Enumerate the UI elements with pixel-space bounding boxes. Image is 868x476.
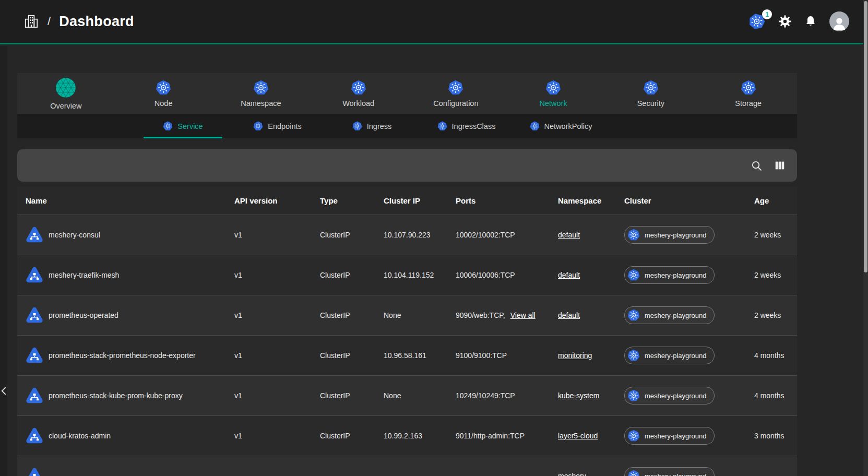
- tab-label: Namespace: [241, 99, 281, 108]
- scrollbar[interactable]: [863, 0, 868, 476]
- column-header[interactable]: Ports: [447, 196, 550, 205]
- service-icon: [26, 427, 43, 445]
- building-icon[interactable]: [23, 14, 39, 29]
- subtab-label: Endpoints: [268, 122, 302, 130]
- cluster-chip[interactable]: meshery-playground: [624, 266, 715, 284]
- kubernetes-icon: [741, 80, 756, 96]
- tab-security[interactable]: Security: [602, 73, 700, 114]
- service-icon: [26, 347, 43, 364]
- table-row[interactable]: cloud-kratos-admin v1 ClusterIP 10.99.2.…: [17, 415, 797, 456]
- subtab-label: Service: [177, 122, 203, 130]
- tab-label: Workload: [342, 99, 374, 108]
- column-header[interactable]: Cluster IP: [375, 196, 447, 205]
- cluster-chip[interactable]: meshery-playground: [624, 306, 715, 324]
- ports-cell: 10006/10006:TCP: [447, 271, 550, 279]
- subtab-ingressclass[interactable]: IngressClass: [419, 114, 514, 138]
- chevron-left-icon[interactable]: [0, 384, 9, 398]
- tab-node[interactable]: Node: [115, 73, 212, 114]
- column-header[interactable]: Cluster: [616, 196, 746, 205]
- kubernetes-icon: [163, 121, 173, 131]
- tab-network[interactable]: Network: [505, 73, 602, 114]
- kubernetes-icon: [627, 229, 640, 241]
- subtab-endpoints[interactable]: Endpoints: [230, 114, 325, 138]
- bell-icon[interactable]: [804, 15, 817, 28]
- table-row[interactable]: prometheus-stack-kube-prom-kube-proxy v1…: [17, 375, 797, 415]
- api-version-cell: v1: [226, 351, 312, 360]
- type-cell: ClusterIP: [312, 271, 375, 279]
- tab-label: Configuration: [433, 99, 478, 108]
- service-name: prometheus-operated: [49, 311, 118, 319]
- kubernetes-icon: [627, 430, 640, 442]
- view-columns-icon[interactable]: [774, 160, 786, 171]
- column-header[interactable]: Age: [746, 196, 797, 205]
- kubernetes-icon: [253, 80, 269, 96]
- namespace-link[interactable]: default: [558, 231, 580, 239]
- tab-configuration[interactable]: Configuration: [407, 73, 505, 114]
- table-row[interactable]: meshery-traefik-mesh v1 ClusterIP 10.104…: [17, 255, 797, 295]
- cluster-chip[interactable]: meshery-playground: [624, 467, 715, 476]
- kubernetes-context-icon[interactable]: 1: [748, 13, 766, 30]
- column-header[interactable]: Type: [312, 196, 375, 205]
- service-name: meshery-traefik-mesh: [49, 271, 119, 279]
- service-icon: [26, 467, 43, 476]
- cluster-ip-cell: 10.107.90.223: [375, 231, 447, 239]
- subtab-label: IngressClass: [452, 122, 496, 130]
- table-row[interactable]: prometheus-operated v1 ClusterIP None 90…: [17, 295, 797, 335]
- services-table: Name API version Type Cluster IP Ports N…: [17, 187, 797, 476]
- kubernetes-icon: [627, 470, 640, 476]
- tab-label: Node: [154, 99, 173, 108]
- subtab-networkpolicy[interactable]: NetworkPolicy: [514, 114, 608, 138]
- column-header[interactable]: Namespace: [550, 196, 616, 205]
- gear-icon[interactable]: [778, 15, 792, 28]
- subtab-label: NetworkPolicy: [544, 122, 592, 130]
- cluster-ip-cell: 10.104.119.152: [375, 271, 447, 279]
- tab-namespace[interactable]: Namespace: [212, 73, 310, 114]
- table-row[interactable]: meshery-consul v1 ClusterIP 10.107.90.22…: [17, 215, 797, 255]
- subtab-ingress[interactable]: Ingress: [325, 114, 419, 138]
- namespace-link[interactable]: meshery: [558, 472, 586, 476]
- column-header[interactable]: API version: [226, 196, 312, 205]
- type-cell: ClusterIP: [312, 391, 375, 400]
- cluster-chip[interactable]: meshery-playground: [624, 427, 715, 445]
- namespace-link[interactable]: default: [558, 311, 580, 319]
- kubernetes-icon: [156, 80, 171, 96]
- app-header: / Dashboard 1: [0, 0, 868, 44]
- network-subtabs: Service Endpoints Ingress IngressClass N…: [17, 114, 797, 138]
- api-version-cell: v1: [226, 271, 312, 279]
- tab-workload[interactable]: Workload: [310, 73, 407, 114]
- age-cell: 3 months: [746, 432, 797, 440]
- api-version-cell: v1: [226, 432, 312, 440]
- cluster-chip[interactable]: meshery-playground: [624, 226, 715, 244]
- api-version-cell: v1: [226, 311, 312, 319]
- search-icon[interactable]: [751, 160, 763, 172]
- service-name: meshery-consul: [49, 231, 100, 239]
- table-row[interactable]: prometheus-stack-prometheus-node-exporte…: [17, 335, 797, 375]
- namespace-link[interactable]: kube-system: [558, 391, 599, 400]
- ports-cell: 10002/10002:TCP: [447, 231, 550, 239]
- kubernetes-icon: [530, 121, 540, 131]
- tab-overview[interactable]: Overview: [17, 73, 115, 114]
- api-version-cell: v1: [226, 391, 312, 400]
- cluster-ip-cell: 10.99.2.163: [375, 432, 447, 440]
- kubernetes-icon: [627, 389, 640, 402]
- api-version-cell: v1: [226, 231, 312, 239]
- table-toolbar: [17, 149, 797, 182]
- table-row[interactable]: meshery meshery-playground: [17, 456, 797, 476]
- service-icon: [26, 387, 43, 404]
- subtab-label: Ingress: [367, 122, 392, 130]
- cluster-chip[interactable]: meshery-playground: [624, 347, 715, 364]
- service-icon: [26, 306, 43, 324]
- subtab-service[interactable]: Service: [136, 114, 230, 138]
- column-header[interactable]: Name: [17, 196, 226, 205]
- tab-storage[interactable]: Storage: [699, 73, 797, 114]
- ports-cell: 9011/http-admin:TCP: [447, 432, 550, 440]
- user-avatar[interactable]: [829, 11, 849, 31]
- scrollbar-thumb[interactable]: [864, 1, 867, 272]
- cluster-chip[interactable]: meshery-playground: [624, 387, 715, 404]
- namespace-link[interactable]: layer5-cloud: [558, 432, 598, 440]
- kubernetes-icon: [627, 349, 640, 362]
- view-all-link[interactable]: View all: [510, 311, 536, 319]
- tab-label: Network: [540, 99, 567, 108]
- namespace-link[interactable]: default: [558, 271, 580, 279]
- namespace-link[interactable]: monitoring: [558, 351, 592, 360]
